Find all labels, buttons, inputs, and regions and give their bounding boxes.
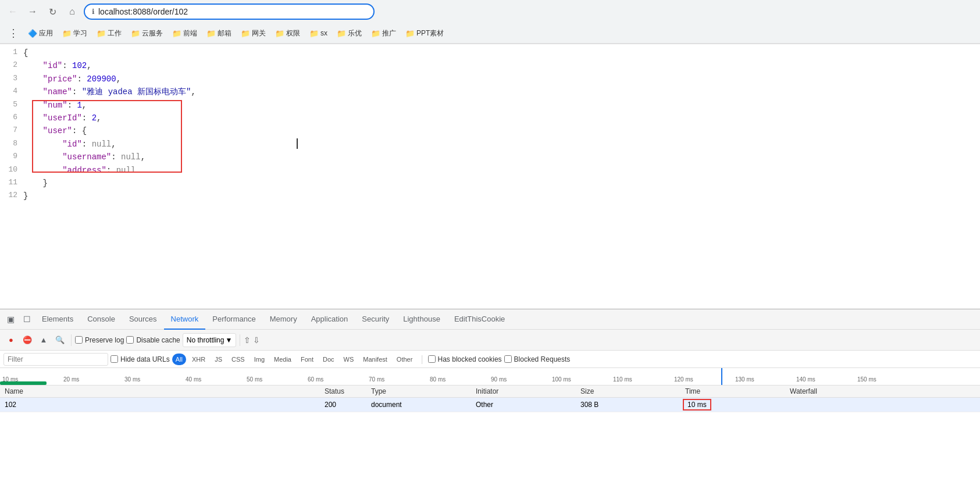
bookmark-ppt[interactable]: 📁 PPT素材 [402,27,447,40]
has-blocked-cookies-checkbox[interactable]: Has blocked cookies [428,355,502,363]
timeline-label-30: 30 ms [122,376,183,383]
filter-type-other[interactable]: Other [393,354,416,365]
line-num-9: 9 [0,151,23,163]
cell-type: document [366,398,471,412]
filter-type-js[interactable]: JS [211,354,226,365]
browser-chrome: ← → ↻ ⌂ ℹ ⋮ 🔷 应用 📁 学习 📁 工作 📁 云服务 📁 前端 [0,0,980,44]
table-row[interactable]: 102 200 document Other 308 B 10 ms [0,398,980,412]
col-header-initiator: Initiator [471,386,576,398]
home-button[interactable]: ⌂ [64,3,80,20]
bookmark-apps[interactable]: 🔷 应用 [24,27,56,40]
bookmark-permissions[interactable]: 📁 权限 [272,27,304,40]
filter-type-all[interactable]: All [172,354,186,365]
time-cell-highlight: 10 ms [683,399,711,411]
bookmark-work-label: 工作 [108,28,122,38]
bookmark-gateway[interactable]: 📁 网关 [237,27,269,40]
back-button[interactable]: ← [5,3,21,20]
line-num-4: 4 [0,85,23,98]
apps-button[interactable]: ⋮ [5,26,22,41]
promo-folder-icon: 📁 [371,29,380,38]
timeline-green-bar [0,381,47,385]
timeline-label-80: 80 ms [427,376,489,383]
tab-network[interactable]: Network [164,309,206,330]
json-line-12: 12 } [0,190,980,202]
timeline-label-90: 90 ms [489,376,550,383]
filter-button[interactable]: ▲ [36,333,51,348]
tab-sources[interactable]: Sources [122,309,164,330]
filter-type-doc[interactable]: Doc [319,354,338,365]
devtools-panel: ▣ ☐ Elements Console Sources Network Per… [0,309,980,489]
timeline-label-60: 60 ms [305,376,366,383]
filter-type-media[interactable]: Media [270,354,295,365]
table-body: 102 200 document Other 308 B 10 ms [0,398,980,412]
network-toolbar: ● ⛔ ▲ 🔍 Preserve log Disable cache No th… [0,330,980,351]
bookmark-sx[interactable]: 📁 sx [306,28,331,39]
line-num-1: 1 [0,47,23,59]
col-header-waterfall: Waterfall [785,386,980,398]
bookmark-frontend-label: 前端 [183,28,197,38]
address-bar[interactable]: ℹ [84,3,375,20]
ppt-folder-icon: 📁 [405,29,415,38]
filter-type-css[interactable]: CSS [228,354,248,365]
hide-data-urls-checkbox[interactable]: Hide data URLs [111,355,170,363]
forward-button[interactable]: → [24,3,41,20]
json-line-10: 10 "address": null [0,164,980,177]
tab-lighthouse[interactable]: Lighthouse [396,309,447,330]
bookmark-work[interactable]: 📁 工作 [93,27,125,40]
bookmark-email[interactable]: 📁 邮箱 [203,27,235,40]
json-line-6: 6 "userId": 2, [0,112,980,124]
tab-performance[interactable]: Performance [205,309,262,330]
bookmark-ppt-label: PPT素材 [416,28,444,38]
tab-application[interactable]: Application [304,309,355,330]
tab-security[interactable]: Security [355,309,396,330]
line-num-8: 8 [0,138,23,150]
col-header-time: Time [680,386,785,398]
bookmark-cloud[interactable]: 📁 云服务 [127,27,166,40]
timeline-label-20: 20 ms [61,376,122,383]
line-num-7: 7 [0,124,23,137]
bookmark-leyou[interactable]: 📁 乐优 [333,27,365,40]
devtools-tab-bar: ▣ ☐ Elements Console Sources Network Per… [0,309,980,330]
toolbar-separator-2 [240,334,240,346]
col-header-type: Type [366,386,471,398]
gateway-folder-icon: 📁 [241,29,250,38]
filter-type-font[interactable]: Font [297,354,317,365]
devtools-device-button[interactable]: ☐ [19,311,35,327]
disable-cache-checkbox[interactable]: Disable cache [126,336,180,344]
search-button[interactable]: 🔍 [52,333,67,348]
blocked-requests-checkbox[interactable]: Blocked Requests [504,355,571,363]
filter-type-manifest[interactable]: Manifest [359,354,391,365]
download-icon[interactable]: ⇩ [253,335,260,345]
filter-type-img[interactable]: Img [251,354,268,365]
sx-folder-icon: 📁 [309,29,319,38]
tab-elements[interactable]: Elements [35,309,80,330]
filter-type-xhr[interactable]: XHR [188,354,209,365]
timeline-blue-line [721,368,722,385]
timeline-container: 10 ms 20 ms 30 ms 40 ms 50 ms 60 ms 70 m… [0,368,980,386]
bookmark-sx-label: sx [320,29,327,37]
preserve-log-checkbox[interactable]: Preserve log [75,336,124,344]
col-header-status: Status [320,386,366,398]
clear-button[interactable]: ⛔ [20,333,35,348]
record-button[interactable]: ● [3,333,19,348]
throttle-select[interactable]: No throttling ▼ [183,333,237,347]
json-line-7: 7 "user": { [0,124,980,137]
tab-console[interactable]: Console [80,309,122,330]
filter-input[interactable] [3,353,108,366]
filter-type-ws[interactable]: WS [340,354,358,365]
leyou-folder-icon: 📁 [337,29,346,38]
upload-icon[interactable]: ⇧ [244,335,251,345]
tab-memory[interactable]: Memory [263,309,304,330]
cell-name: 102 [0,398,320,412]
bookmark-permissions-label: 权限 [286,28,300,38]
col-header-name: Name [0,386,320,398]
bookmark-cloud-label: 云服务 [142,28,163,38]
bookmark-study[interactable]: 📁 学习 [59,27,91,40]
reload-button[interactable]: ↻ [44,3,60,20]
bookmark-frontend[interactable]: 📁 前端 [169,27,201,40]
timeline-label-100: 100 ms [550,376,611,383]
url-input[interactable] [98,7,366,16]
devtools-inspect-button[interactable]: ▣ [2,311,19,327]
bookmark-promo[interactable]: 📁 推广 [368,27,400,40]
tab-editthiscookie[interactable]: EditThisCookie [447,309,512,330]
